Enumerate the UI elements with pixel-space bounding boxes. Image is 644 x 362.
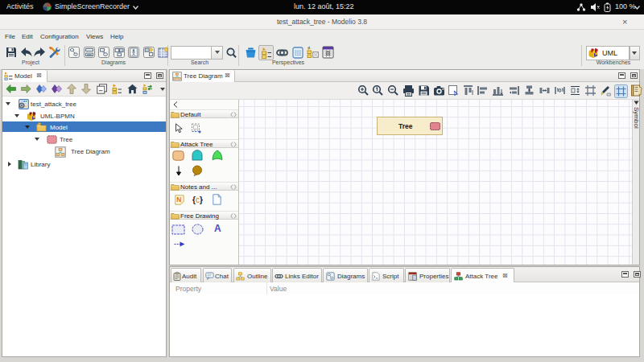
svg-text:N: N bbox=[176, 195, 181, 204]
